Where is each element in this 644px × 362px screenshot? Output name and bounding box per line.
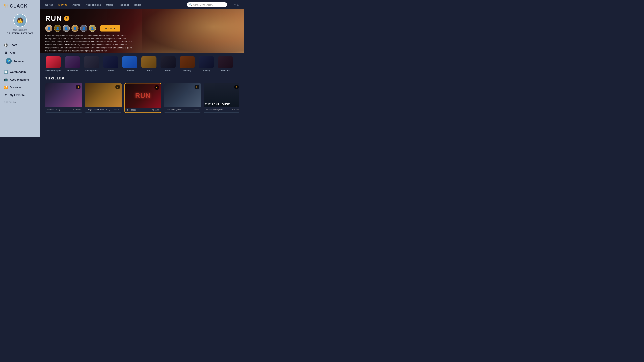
- category-comedy[interactable]: Comedy: [122, 56, 137, 72]
- category-romance-label: Romance: [221, 69, 230, 72]
- category-drama-thumb: [142, 56, 156, 68]
- search-box[interactable]: 🔍: [187, 2, 227, 7]
- avatar[interactable]: 🧑: [14, 14, 27, 27]
- keep-watching-label: Keep Watching: [10, 78, 29, 81]
- logo-clack: CLACK: [10, 3, 28, 9]
- category-action-thumb: [103, 56, 118, 68]
- movie-card-deep-water[interactable]: 9 Deep Water (2022) 02:33:00: [164, 83, 201, 113]
- category-selected-thumb: [46, 56, 61, 68]
- category-mistery[interactable]: Mistery: [199, 56, 214, 72]
- movie-title-row-penthouse: The penthouse (2021) 01:42:00: [205, 109, 239, 111]
- movie-rating-penthouse: 9: [234, 85, 239, 89]
- sidebar-item-watch-again[interactable]: 🔄 Watch Again: [2, 68, 38, 76]
- category-most-rated[interactable]: Most Rated: [65, 56, 80, 72]
- sidebar: °H CLACK 🧑 Cambridge, UK CRISTINA PATROV…: [0, 0, 40, 137]
- category-fantasy-thumb: [180, 56, 195, 68]
- main-content: Series Movies Anime Audiobooks Music Pod…: [40, 0, 244, 137]
- grid-view-button[interactable]: ⊞: [237, 3, 239, 6]
- discover-label: Discover: [10, 86, 21, 89]
- movie-title-row-intrusion: Intrusion (2021) 01:32:00: [47, 109, 80, 111]
- hero-title: RUN 6: [45, 14, 139, 22]
- movie-title-deep-water: Deep Water (2022): [166, 109, 181, 111]
- category-selected-for-you[interactable]: Selected for you: [45, 56, 61, 72]
- sidebar-item-keep-watching[interactable]: 📺 Keep Watching: [2, 76, 38, 83]
- sidebar-divider-2: [3, 67, 37, 67]
- nav-series[interactable]: Series: [45, 3, 53, 7]
- keep-watching-icon: 📺: [4, 78, 8, 82]
- movie-duration-penthouse: 01:42:00: [232, 109, 239, 111]
- search-input[interactable]: [193, 3, 225, 6]
- category-horror[interactable]: Horror: [160, 56, 176, 72]
- view-toggle: ≡ ⊞: [234, 3, 239, 6]
- movie-info-run: Run (2020) 01:30:00: [125, 108, 161, 112]
- movie-title-row-deep-water: Deep Water (2022) 02:33:00: [166, 109, 199, 111]
- settings-label: SETTINGS: [0, 98, 40, 104]
- category-coming-soon[interactable]: Coming Soon: [84, 56, 99, 72]
- user-name: CRISTINA PATROVA: [7, 32, 34, 35]
- movie-rating-deep-water: 9: [194, 85, 199, 89]
- sidebar-item-discover[interactable]: 🔁 Discover: [2, 84, 38, 91]
- sidebar-item-andrada[interactable]: 🌍 Andrada: [3, 57, 37, 65]
- category-mistery-thumb: [199, 56, 214, 68]
- nav-music[interactable]: Music: [106, 3, 114, 7]
- hero-section: RUN 6 👤 👤 👤 👤 👤 👤 WATCH Chloe, a teenage…: [40, 9, 244, 53]
- category-rated-thumb: [65, 56, 80, 68]
- categories-row: Selected for you Most Rated Coming Soon …: [45, 56, 239, 72]
- movie-info-things-heard: Things Heard & Seen (2021) 02:02:10: [85, 107, 122, 112]
- category-comedy-thumb: [122, 56, 137, 68]
- sidebar-divider: [3, 40, 37, 40]
- movie-card-run[interactable]: RUN 6 Run (2020) 01:30:00: [124, 83, 161, 113]
- category-selected-label: Selected for you: [45, 69, 61, 72]
- watch-again-icon: 🔄: [4, 70, 8, 74]
- thriller-section-title: THRILLER: [45, 76, 239, 80]
- category-action-label: Action: [108, 69, 114, 72]
- kids-icon: ♻: [4, 51, 8, 55]
- nav-radio[interactable]: Radio: [134, 3, 142, 7]
- penthouse-title-art: THE PENTHOUSE: [205, 103, 230, 106]
- discover-icon: 🔁: [4, 86, 8, 89]
- nav-anime[interactable]: Anime: [72, 3, 80, 7]
- movies-row: 8 Intrusion (2021) 01:32:00 4: [45, 83, 239, 113]
- category-rated-label: Most Rated: [67, 69, 78, 72]
- content-area: Selected for you Most Rated Coming Soon …: [40, 53, 244, 137]
- hero-movie-title: RUN: [45, 14, 62, 22]
- movie-duration-run: 01:30:00: [152, 109, 159, 111]
- category-fantasy[interactable]: Fantasy: [180, 56, 195, 72]
- andrada-avatar: 🌍: [6, 58, 12, 64]
- run-title-art: RUN: [135, 92, 151, 99]
- top-nav: Series Movies Anime Audiobooks Music Pod…: [40, 0, 244, 9]
- movie-title-row-run: Run (2020) 01:30:00: [126, 109, 159, 111]
- andrada-label: Andrada: [14, 60, 24, 62]
- movie-title-things-heard: Things Heard & Seen (2021): [86, 109, 110, 111]
- hero-rating-badge: 6: [64, 16, 70, 21]
- movie-card-intrusion[interactable]: 8 Intrusion (2021) 01:32:00: [45, 83, 82, 113]
- category-drama-bg: [142, 56, 156, 68]
- watch-button[interactable]: WATCH: [100, 25, 120, 31]
- cast-avatar-6: 👤: [89, 25, 96, 32]
- nav-audiobooks[interactable]: Audiobooks: [86, 3, 101, 7]
- movie-card-penthouse[interactable]: THE PENTHOUSE 9 The penthouse (2021) 01:…: [204, 83, 239, 113]
- sidebar-item-kids[interactable]: ♻ Kids: [2, 49, 38, 56]
- category-drama-label: Drama: [146, 69, 152, 72]
- sidebar-menu: 🔄 Watch Again 📺 Keep Watching 🔁 Discover…: [0, 68, 40, 98]
- nav-movies[interactable]: Movies: [58, 2, 68, 7]
- category-action-bg: [103, 56, 118, 68]
- sidebar-item-sport[interactable]: ⚽ Sport: [2, 41, 38, 49]
- category-fantasy-bg: [180, 56, 195, 68]
- nav-podcast[interactable]: Podcast: [118, 3, 129, 7]
- logo-h: °H: [3, 3, 8, 9]
- sidebar-nav: ⚽ Sport ♻ Kids 🌍 Andrada: [0, 41, 40, 65]
- favorite-label: My Favorite: [10, 94, 25, 97]
- category-drama[interactable]: Drama: [142, 56, 156, 72]
- sidebar-item-my-favorite[interactable]: ♥ My Favorite: [2, 92, 38, 98]
- hero-description: Chloe, a teenage wheelchair user, is hom…: [45, 34, 132, 52]
- movie-card-things-heard[interactable]: 4 Things Heard & Seen (2021) 02:02:10: [85, 83, 122, 113]
- category-romance[interactable]: Romance: [218, 56, 233, 72]
- category-action[interactable]: Action: [103, 56, 118, 72]
- list-view-button[interactable]: ≡: [234, 3, 236, 6]
- category-coming-thumb: [84, 56, 99, 68]
- category-horror-label: Horror: [165, 69, 171, 72]
- movie-thumb-penthouse: THE PENTHOUSE 9: [204, 83, 239, 107]
- movie-rating-things-heard: 4: [116, 85, 120, 89]
- category-comedy-label: Comedy: [126, 69, 134, 72]
